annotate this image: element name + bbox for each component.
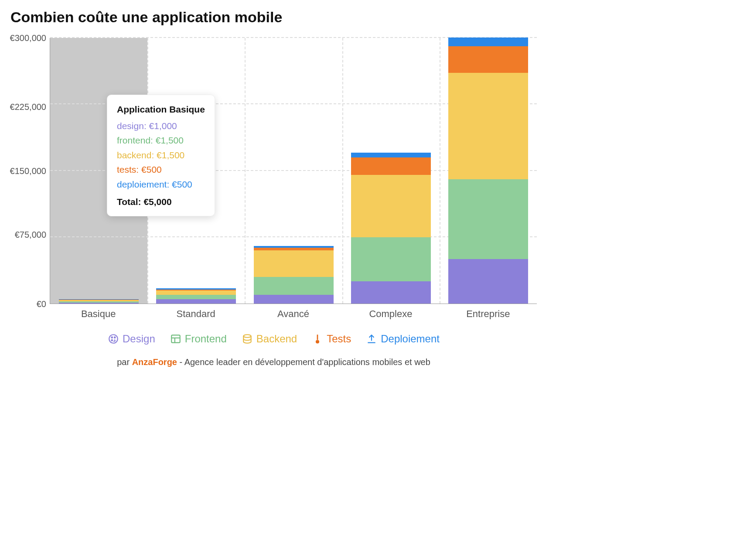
legend: Design Frontend Backend Tests Deploiemen… <box>10 333 537 345</box>
y-tick: €75,000 <box>15 230 46 240</box>
tooltip: Application Basique design: €1,000 front… <box>107 95 215 216</box>
bar <box>351 153 431 304</box>
chart-container: €300,000 €225,000 €150,000 €75,000 €0 Ap… <box>10 38 537 304</box>
bar-slot[interactable] <box>245 38 342 304</box>
svg-point-7 <box>243 335 251 338</box>
bar-segment-frontend <box>156 295 236 299</box>
bar-segment-deploiement <box>448 38 528 46</box>
svg-point-2 <box>114 337 116 338</box>
bar-segment-frontend <box>254 277 334 295</box>
plot-area: Application Basique design: €1,000 front… <box>50 38 537 304</box>
footer: par AnzaForge - Agence leader en dévelop… <box>10 357 537 367</box>
bar <box>448 38 528 304</box>
bar-segment-backend <box>254 250 334 277</box>
legend-label: Deploiement <box>381 333 440 345</box>
bar-segment-backend <box>448 73 528 179</box>
x-label: Complexe <box>342 304 439 320</box>
y-tick: €225,000 <box>10 102 46 112</box>
svg-point-3 <box>111 340 113 341</box>
x-axis: BasiqueStandardAvancéComplexeEntreprise <box>50 304 537 320</box>
legend-label: Backend <box>256 333 297 345</box>
y-tick: €0 <box>37 299 46 309</box>
tooltip-line-deploiement: deploiement: €500 <box>117 177 205 192</box>
svg-point-1 <box>111 337 113 338</box>
footer-prefix: par <box>117 357 132 367</box>
bar-segment-backend <box>156 290 236 295</box>
bar-slot[interactable] <box>342 38 440 304</box>
x-label: Basique <box>50 304 147 320</box>
tooltip-line-tests: tests: €500 <box>117 162 205 177</box>
bar <box>59 299 139 304</box>
legend-label: Tests <box>327 333 351 345</box>
y-axis: €300,000 €225,000 €150,000 €75,000 €0 <box>10 38 50 304</box>
bar-segment-backend <box>351 175 431 237</box>
bar-segment-design <box>254 295 334 304</box>
bar-segment-tests <box>351 157 431 175</box>
bar-segment-frontend <box>351 237 431 282</box>
tooltip-line-backend: backend: €1,500 <box>117 148 205 163</box>
x-label: Entreprise <box>440 304 537 320</box>
legend-item-backend[interactable]: Backend <box>242 333 297 345</box>
bar-segment-design <box>351 281 431 304</box>
legend-item-frontend[interactable]: Frontend <box>170 333 227 345</box>
y-tick: €150,000 <box>10 166 46 176</box>
bar-slot[interactable] <box>440 38 537 304</box>
x-label: Standard <box>147 304 244 320</box>
y-tick: €300,000 <box>10 33 46 43</box>
tooltip-line-design: design: €1,000 <box>117 119 205 133</box>
legend-item-tests[interactable]: Tests <box>312 333 351 345</box>
bar-segment-frontend <box>448 179 528 259</box>
upload-icon <box>366 333 377 345</box>
bar-segment-tests <box>448 46 528 73</box>
database-icon <box>242 333 253 345</box>
flask-icon <box>312 333 323 345</box>
tooltip-title: Application Basique <box>117 102 205 117</box>
svg-point-9 <box>316 341 318 343</box>
legend-item-design[interactable]: Design <box>108 333 155 345</box>
palette-icon <box>108 333 119 345</box>
layout-icon <box>170 333 181 345</box>
bar-segment-design <box>59 303 139 304</box>
bar-segment-design <box>156 299 236 304</box>
bar-segment-deploiement <box>351 153 431 157</box>
tooltip-line-frontend: frontend: €1,500 <box>117 133 205 148</box>
chart-title: Combien coûte une application mobile <box>10 9 537 26</box>
svg-point-0 <box>109 335 118 343</box>
tooltip-total: Total: €5,000 <box>117 195 205 209</box>
bar-segment-design <box>448 259 528 304</box>
legend-label: Frontend <box>185 333 227 345</box>
bar <box>156 288 236 304</box>
footer-suffix: - Agence leader en développement d'appli… <box>177 357 430 367</box>
legend-item-deploiement[interactable]: Deploiement <box>366 333 440 345</box>
bar <box>254 246 334 304</box>
svg-rect-4 <box>171 335 180 342</box>
legend-label: Design <box>123 333 155 345</box>
footer-brand[interactable]: AnzaForge <box>132 357 177 367</box>
x-label: Avancé <box>245 304 342 320</box>
